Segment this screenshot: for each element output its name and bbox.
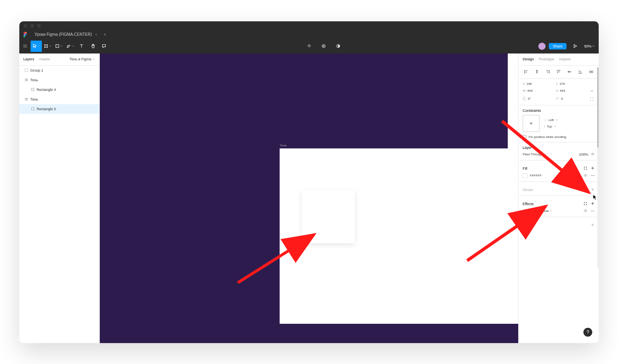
remove-fill-icon[interactable] [591,175,595,176]
prototype-tab[interactable]: Prototype [539,57,554,61]
fill-swatch[interactable] [523,173,527,178]
fill-styles-icon[interactable] [583,166,587,171]
fill-visibility-icon[interactable] [583,173,587,178]
boolean-icon[interactable] [333,41,344,52]
svg-point-12 [584,169,585,169]
effects-section-title: Effects [523,202,534,206]
svg-point-0 [25,34,26,35]
add-effect-icon[interactable] [591,202,595,206]
text-tool[interactable] [76,41,87,52]
fix-position-checkbox[interactable]: Fix position when scrolling [523,135,595,139]
svg-rect-7 [31,107,34,110]
svg-point-16 [586,202,587,203]
export-section-title: Export [523,223,533,227]
svg-point-11 [586,167,587,167]
frame-label[interactable]: Тень [280,144,286,147]
x-input[interactable]: X196 [523,82,554,86]
file-tab-title: Уроки Figma (FIGMA.CENTER) [35,32,92,37]
rectangle-icon [31,88,35,92]
tab-bar: Уроки Figma (FIGMA.CENTER) × + [19,30,599,39]
layer-frame-ten2[interactable]: Тень [19,95,99,104]
y-input[interactable]: Y376 [556,82,588,86]
close-tab-icon[interactable]: × [95,33,97,37]
independent-corners-icon[interactable] [589,96,595,102]
add-stroke-icon[interactable] [591,187,595,192]
constrain-proportions-icon[interactable] [589,88,595,94]
file-tab[interactable]: Уроки Figma (FIGMA.CENTER) × [31,30,99,39]
remove-effect-icon[interactable] [591,211,595,211]
align-top-icon[interactable] [555,69,562,75]
fill-opacity[interactable]: 100% [572,174,580,177]
align-right-icon[interactable] [544,69,551,75]
pen-tool[interactable] [64,41,76,52]
svg-point-19 [524,210,526,212]
svg-rect-1 [56,45,59,47]
rectangle-5-on-canvas[interactable] [302,190,355,243]
group-icon [24,68,28,72]
align-vcenter-icon[interactable] [566,69,573,75]
constraint-widget[interactable]: + [523,115,540,132]
align-left-icon[interactable] [523,69,529,75]
rectangle-icon [31,107,35,111]
user-avatar[interactable] [538,43,546,50]
visibility-icon[interactable] [591,152,595,157]
svg-point-3 [323,45,325,47]
svg-point-17 [584,204,585,205]
canvas[interactable]: Тень [100,53,518,343]
distribute-icon[interactable] [588,69,595,75]
shape-tool[interactable] [53,41,64,52]
new-tab-button[interactable]: + [99,32,111,37]
fill-section-title: Fill [523,167,527,171]
opacity-input[interactable]: 100% [579,152,588,156]
share-button[interactable]: Share [549,43,566,49]
add-fill-icon[interactable] [591,166,595,171]
help-button[interactable]: ? [583,328,592,337]
move-tool[interactable] [31,41,42,52]
svg-point-15 [584,202,585,203]
svg-point-10 [584,167,585,167]
menu-button[interactable] [19,41,31,52]
effects-styles-icon[interactable] [583,202,587,206]
design-panel: Design Prototype Inspect X196 [518,53,599,343]
constraints-title: Constraints [523,109,595,113]
fill-hex[interactable]: FFFFFF [530,174,542,177]
layer-frame-ten1[interactable]: Тень [19,75,99,85]
layer-rect4[interactable]: Rectangle 4 [19,85,99,95]
h-input[interactable]: H444 [556,89,588,93]
add-export-icon[interactable] [591,223,595,228]
hand-tool[interactable] [87,41,98,52]
traffic-light-close[interactable] [23,24,27,28]
effect-visibility-icon[interactable] [583,209,587,214]
align-bottom-icon[interactable] [577,69,584,75]
page-selector[interactable]: Тень в Figma [70,57,95,61]
svg-point-20 [585,210,586,211]
inspect-tab[interactable]: Inspect [559,57,571,61]
traffic-light-minimize[interactable] [30,24,34,28]
svg-point-14 [585,175,586,175]
effect-settings-icon[interactable] [523,209,527,214]
design-tab[interactable]: Design [523,57,534,61]
effect-type-select[interactable]: Drop shadow [530,209,552,213]
w-input[interactable]: W444 [523,89,554,93]
figma-logo-icon[interactable] [19,32,31,37]
align-hcenter-icon[interactable] [534,69,540,75]
corner-radius-input[interactable]: 0 [556,97,588,101]
traffic-light-zoom[interactable] [37,24,41,28]
blend-mode-select[interactable]: Pass Through [523,152,546,156]
layer-group1[interactable]: Group 1 [19,66,99,75]
svg-point-13 [586,169,587,169]
present-button[interactable] [570,41,581,52]
constraint-v-select[interactable]: ↕Top [544,125,558,128]
layer-rect5[interactable]: Rectangle 5 [19,104,99,114]
zoom-level[interactable]: 50% [584,44,595,48]
panel-scrollbar-thumb[interactable] [597,67,599,148]
constraint-h-select[interactable]: ↔Left [544,118,558,122]
mask-icon[interactable] [318,41,330,52]
component-icon[interactable] [304,41,315,52]
svg-point-9 [592,153,593,154]
layers-tab[interactable]: Layers [23,57,34,61]
assets-tab[interactable]: Assets [39,57,50,61]
comment-tool[interactable] [98,41,109,52]
rotation-input[interactable]: 0° [523,97,554,101]
frame-tool[interactable] [42,41,53,52]
